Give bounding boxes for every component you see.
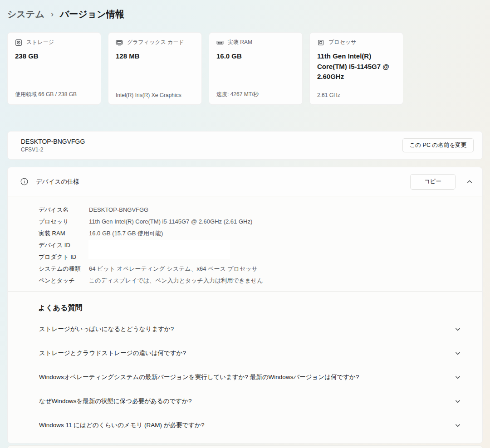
spec-value: このディスプレイでは、ペン入力とタッチ入力は利用できません xyxy=(89,275,263,287)
processor-card-value: 11th Gen Intel(R) Core(TM) i5-1145G7 @ 2… xyxy=(317,51,396,82)
chevron-down-icon xyxy=(455,374,461,380)
breadcrumb-separator-icon: › xyxy=(51,10,54,19)
device-name-card: DESKTOP-BNGVFGG CFSV1-2 この PC の名前を変更 xyxy=(7,131,483,160)
copy-button[interactable]: コピー xyxy=(410,174,456,190)
spec-row-pen-touch: ペンとタッチ このディスプレイでは、ペン入力とタッチ入力は利用できません xyxy=(39,275,482,287)
breadcrumb: システム › バージョン情報 xyxy=(0,0,490,20)
storage-card-caption: 使用領域 66 GB / 238 GB xyxy=(15,91,93,98)
ram-card-value: 16.0 GB xyxy=(216,51,295,62)
processor-card-caption: 2.61 GHz xyxy=(317,92,396,98)
spec-row-ram: 実装 RAM 16.0 GB (15.7 GB 使用可能) xyxy=(39,228,482,239)
faq-item-cloud-storage[interactable]: ストレージとクラウドストレージの違いは何ですか? xyxy=(8,341,482,365)
processor-card-header: プロセッサ xyxy=(317,39,396,46)
device-specs-body: デバイス名 DESKTOP-BNGVFGG プロセッサ 11th Gen Int… xyxy=(8,196,482,443)
device-specs-header[interactable]: デバイスの仕様 コピー xyxy=(8,167,482,196)
storage-card: ストレージ 238 GB 使用領域 66 GB / 238 GB xyxy=(7,32,101,105)
page-title: バージョン情報 xyxy=(60,8,124,20)
faq-question: Windowsオペレーティングシステムの最新バージョンを実行していますか? 最新… xyxy=(39,373,359,381)
settings-about-page: システム › バージョン情報 ストレージ 238 GB 使用領域 66 GB /… xyxy=(0,0,490,448)
spec-row-device-name: デバイス名 DESKTOP-BNGVFGG xyxy=(39,204,482,216)
spec-label: 実装 RAM xyxy=(39,228,89,239)
storage-card-value: 238 GB xyxy=(15,51,93,62)
spec-label: ペンとタッチ xyxy=(39,275,89,287)
faq-question: ストレージとクラウドストレージの違いは何ですか? xyxy=(39,349,186,357)
ram-card: 実装 RAM 16.0 GB 速度: 4267 MT/秒 xyxy=(209,32,303,105)
graphics-card-caption: Intel(R) Iris(R) Xe Graphics xyxy=(116,92,194,98)
device-specs-expander: デバイスの仕様 コピー デバイス名 DESKTOP-BNGVFGG プロセッサ xyxy=(7,167,483,443)
processor-card: プロセッサ 11th Gen Intel(R) Core(TM) i5-1145… xyxy=(309,32,403,105)
device-specs-title: デバイスの仕様 xyxy=(36,178,79,186)
ram-card-label: 実装 RAM xyxy=(228,39,252,46)
chevron-down-icon xyxy=(455,326,461,332)
spec-value: 11th Gen Intel(R) Core(TM) i5-1145G7 @ 2… xyxy=(89,216,252,228)
spec-row-system-type: システムの種類 64 ビット オペレーティング システム、x64 ベース プロセ… xyxy=(39,263,482,275)
ram-icon xyxy=(216,39,224,46)
summary-cards-row: ストレージ 238 GB 使用領域 66 GB / 238 GB グラフィックス… xyxy=(7,32,483,105)
breadcrumb-system[interactable]: システム xyxy=(7,8,44,20)
info-icon xyxy=(20,178,28,185)
redaction-box xyxy=(88,240,230,259)
faq-question: なぜWindowsを最新の状態に保つ必要があるのですか? xyxy=(39,397,191,405)
spec-label: プロダクト ID xyxy=(39,251,89,263)
device-model: CFSV1-2 xyxy=(21,146,85,153)
spec-value: 16.0 GB (15.7 GB 使用可能) xyxy=(89,228,163,239)
faq-item-why-update[interactable]: なぜWindowsを最新の状態に保つ必要があるのですか? xyxy=(8,389,482,413)
spec-label: デバイス名 xyxy=(39,204,89,216)
spec-value: DESKTOP-BNGVFGG xyxy=(89,204,148,216)
graphics-card: グラフィックス カード 128 MB Intel(R) Iris(R) Xe G… xyxy=(108,32,202,105)
spec-label: デバイス ID xyxy=(39,239,89,251)
processor-icon xyxy=(317,39,324,46)
faq-section: よくある質問 ストレージがいっぱいになるとどうなりますか? ストレージとクラウド… xyxy=(8,292,482,437)
faq-item-latest-version[interactable]: Windowsオペレーティングシステムの最新バージョンを実行していますか? 最新… xyxy=(8,365,482,389)
faq-question: ストレージがいっぱいになるとどうなりますか? xyxy=(39,325,174,333)
faq-item-ram-requirement[interactable]: Windows 11 にはどのくらいのメモリ (RAM) が必要ですか? xyxy=(8,413,482,437)
storage-card-label: ストレージ xyxy=(26,39,54,46)
device-specs-header-actions: コピー xyxy=(410,174,473,190)
device-name-block: DESKTOP-BNGVFGG CFSV1-2 xyxy=(21,138,85,153)
device-specs-table: デバイス名 DESKTOP-BNGVFGG プロセッサ 11th Gen Int… xyxy=(8,204,482,287)
faq-list: ストレージがいっぱいになるとどうなりますか? ストレージとクラウドストレージの違… xyxy=(8,317,482,437)
graphics-card-value: 128 MB xyxy=(116,51,194,62)
graphics-card-label: グラフィックス カード xyxy=(127,39,184,46)
graphics-card-header: グラフィックス カード xyxy=(116,39,194,46)
next-section-card-partial xyxy=(7,445,483,448)
storage-card-header: ストレージ xyxy=(15,39,93,46)
spec-label: プロセッサ xyxy=(39,216,89,228)
chevron-down-icon xyxy=(455,422,461,429)
spec-label: システムの種類 xyxy=(39,263,89,275)
chevron-down-icon xyxy=(455,350,461,356)
spec-row-processor: プロセッサ 11th Gen Intel(R) Core(TM) i5-1145… xyxy=(39,216,482,228)
spec-value: 64 ビット オペレーティング システム、x64 ベース プロセッサ xyxy=(89,263,258,275)
chevron-up-icon[interactable] xyxy=(466,179,473,185)
ram-card-header: 実装 RAM xyxy=(216,39,295,46)
faq-question: Windows 11 にはどのくらいのメモリ (RAM) が必要ですか? xyxy=(39,421,205,429)
graphics-card-icon xyxy=(116,39,123,46)
processor-card-label: プロセッサ xyxy=(328,39,356,46)
ram-card-caption: 速度: 4267 MT/秒 xyxy=(216,91,295,98)
faq-title: よくある質問 xyxy=(38,303,482,313)
faq-item-storage-full[interactable]: ストレージがいっぱいになるとどうなりますか? xyxy=(8,317,482,341)
device-name: DESKTOP-BNGVFGG xyxy=(21,138,85,145)
chevron-down-icon xyxy=(455,398,461,404)
storage-icon xyxy=(15,39,22,46)
rename-pc-button[interactable]: この PC の名前を変更 xyxy=(402,138,474,152)
